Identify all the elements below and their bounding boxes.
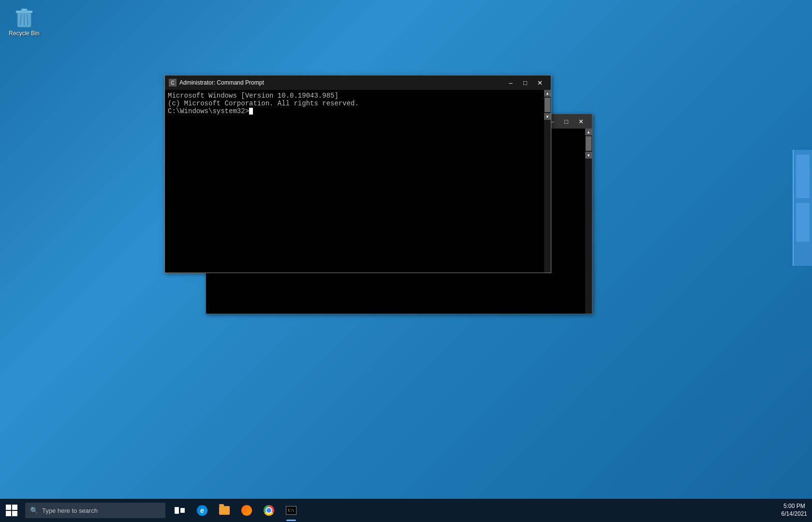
tray-time-text: 5:00 PM <box>783 503 805 510</box>
taskbar-firefox[interactable] <box>236 499 257 522</box>
start-button[interactable] <box>0 499 23 522</box>
cmd-prompt: C:\Windows\system32> <box>168 107 249 115</box>
cmd-scrollbar-back[interactable]: ▲ ▼ <box>585 129 592 314</box>
snap-indicator <box>793 150 812 266</box>
chrome-icon <box>264 505 274 516</box>
folder-icon <box>219 506 230 515</box>
taskbar-edge[interactable] <box>192 499 213 522</box>
cmd-scroll-down-back[interactable]: ▼ <box>585 152 592 159</box>
search-icon: 🔍 <box>30 507 38 514</box>
recycle-bin-icon[interactable]: Recycle Bin <box>7 5 41 37</box>
cmd-scroll-up-main[interactable]: ▲ <box>544 90 551 97</box>
cmd-line2: (c) Microsoft Corporation. All rights re… <box>168 100 548 107</box>
cmd-scrollbar-main[interactable]: ▲ ▼ <box>544 90 551 273</box>
cmd-window-main[interactable]: C Administrator: Command Prompt – □ ✕ Mi… <box>164 75 551 273</box>
win-quad-4 <box>12 511 17 516</box>
recycle-bin-svg <box>13 5 36 28</box>
tv-rect-2 <box>180 508 185 513</box>
cmd-icon-text: C:\ <box>288 508 295 512</box>
edge-icon <box>197 505 207 516</box>
cmd-scroll-thumb-back <box>586 136 591 151</box>
win-quad-3 <box>6 511 11 516</box>
cmd-scroll-thumb-main <box>545 98 550 112</box>
tray-date-text: 6/14/2021 <box>782 510 807 518</box>
cmd-controls-main[interactable]: – □ ✕ <box>503 78 547 87</box>
cmd-line3: C:\Windows\system32> <box>168 107 548 115</box>
taskbar-chrome[interactable] <box>258 499 280 522</box>
snap-upper <box>796 155 810 198</box>
cmd-scroll-up-back[interactable]: ▲ <box>585 129 592 135</box>
taskbar-task-view[interactable] <box>169 499 191 522</box>
cmd-line1: Microsoft Windows [Version 10.0.19043.98… <box>168 92 548 100</box>
cmd-scroll-down-main[interactable]: ▼ <box>544 113 551 120</box>
recycle-bin-label: Recycle Bin <box>9 30 39 37</box>
svg-rect-2 <box>21 9 27 11</box>
search-placeholder-text: Type here to search <box>42 507 98 514</box>
win-quad-1 <box>6 505 11 510</box>
cmd-titlebar-left-main: C Administrator: Command Prompt <box>169 79 264 87</box>
desktop: Recycle Bin C Administrator: Command Pro… <box>0 0 812 522</box>
taskbar-file-explorer[interactable] <box>214 499 235 522</box>
taskbar: 🔍 Type here to search <box>0 499 812 522</box>
cmd-icon-main: C <box>169 79 177 87</box>
task-view-icon <box>175 506 185 515</box>
cmd-maximize-main[interactable]: □ <box>518 78 532 87</box>
cmd-minimize-main[interactable]: – <box>503 78 518 87</box>
windows-logo-icon <box>6 505 17 516</box>
cmd-maximize-back[interactable]: □ <box>559 116 574 126</box>
cmd-titlebar-main[interactable]: C Administrator: Command Prompt – □ ✕ <box>165 75 551 90</box>
cmd-close-back[interactable]: ✕ <box>574 116 588 126</box>
tv-rect-1 <box>175 507 179 514</box>
taskbar-search[interactable]: 🔍 Type here to search <box>25 503 165 518</box>
taskbar-icons: C:\ <box>169 499 302 522</box>
cmd-taskbar-icon: C:\ <box>286 506 296 515</box>
firefox-icon <box>241 505 252 516</box>
snap-lower <box>796 203 810 242</box>
system-tray: 5:00 PM 6/14/2021 <box>782 503 812 518</box>
win-quad-2 <box>12 505 17 510</box>
cmd-close-main[interactable]: ✕ <box>532 78 547 87</box>
cmd-cursor <box>249 108 253 115</box>
tray-clock[interactable]: 5:00 PM 6/14/2021 <box>782 503 807 518</box>
cmd-body-main[interactable]: Microsoft Windows [Version 10.0.19043.98… <box>165 90 551 273</box>
taskbar-cmd[interactable]: C:\ <box>281 499 302 522</box>
cmd-title-main: Administrator: Command Prompt <box>179 79 264 86</box>
